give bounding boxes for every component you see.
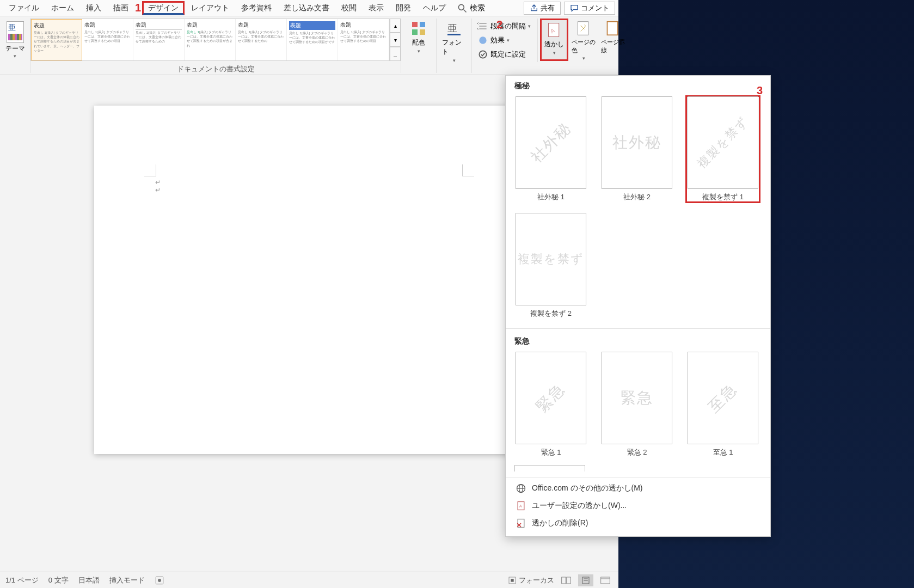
watermark-dropdown: 極秘 社外秘 社外秘 1 社外秘 社外秘 2 3 複製を禁ず 複製を禁ず 1 複… [505,75,771,537]
chevron-down-icon: ▾ [582,56,585,61]
menu-home[interactable]: ホーム [46,1,79,15]
format-section-label: ドキュメントの書式設定 [30,61,401,74]
svg-text:亜: 亜 [447,23,457,34]
wm-label: 複製を禁ず 1 [702,192,744,202]
status-language[interactable]: 日本語 [78,575,100,585]
svg-rect-7 [447,34,461,35]
statusbar: 1/1 ページ 0 文字 日本語 挿入モード フォーカス [0,572,618,588]
remove-icon [516,518,526,529]
view-web-button[interactable] [598,574,613,586]
annotation-2: 2 [496,19,502,31]
wm-item-asap-1[interactable]: 至急 至急 1 [686,352,759,457]
paragraph-spacing-button[interactable]: 段落の間隔▾ [475,20,533,33]
share-icon [530,4,538,13]
wm-item-urgent-1[interactable]: 緊急 緊急 1 [514,352,587,457]
status-page[interactable]: 1/1 ページ [5,575,39,585]
page-color-button[interactable]: ページの色▾ [569,19,598,61]
wm-item-urgent-2[interactable]: 緊急 緊急 2 [600,352,673,457]
fonts-button[interactable]: 亜 フォント▾ [440,19,468,61]
margin-mark-tr [462,164,474,176]
menu-view[interactable]: 表示 [363,1,389,15]
svg-text:A: A [519,504,522,509]
menu-layout[interactable]: レイアウト [186,1,235,15]
view-print-button[interactable] [578,574,593,586]
gallery-scroll-down[interactable]: ▾ [390,33,401,47]
style-thumb-7[interactable]: 表題見出し 1[挿入] タブのギャラリーには、文書全体の体裁に合わせて調整するた… [338,19,389,60]
chevron-down-icon: ▾ [453,58,456,63]
spacing-icon [477,21,488,32]
page-border-button[interactable]: ページ罫線 [599,19,627,61]
style-thumb-1[interactable]: 表題見出し 1[挿入] タブのギャラリーには、文書全体の体裁に合わせて調整するた… [31,19,82,60]
colors-button[interactable]: 配色▾ [404,19,433,61]
wm-section-confidential: 極秘 [506,76,770,94]
svg-rect-4 [412,29,418,35]
effects-icon [477,35,488,46]
status-words[interactable]: 0 文字 [48,575,69,585]
wm-custom-label: ユーザー設定の透かし(W)... [532,501,627,511]
wm-label: 緊急 2 [627,448,647,457]
wm-text: 複製を禁ず [694,113,752,171]
margin-mark-tl [144,164,156,176]
wm-remove[interactable]: 透かしの削除(R) [506,514,770,532]
menu-review[interactable]: 校閲 [336,1,362,15]
menu-file[interactable]: ファイル [3,1,45,15]
menu-insert[interactable]: 挿入 [81,1,107,15]
wm-more-label: Office.com のその他の透かし(M) [532,483,643,493]
wm-label: 複製を禁ず 2 [530,309,572,318]
wm-item-confidential-2[interactable]: 社外秘 社外秘 2 [600,96,673,202]
svg-point-15 [158,579,161,582]
svg-rect-3 [420,22,425,27]
wm-section-urgent: 緊急 [506,331,770,350]
wm-item-confidential-1[interactable]: 社外秘 社外秘 1 [514,96,587,202]
style-thumb-6[interactable]: 表題見出し 1[挿入] タブのギャラリーには、文書全体の体裁に合わせて調整するた… [287,19,338,60]
wm-text: 緊急 [621,388,653,408]
paragraph-mark: ↵↵ [155,179,161,194]
wm-text: 複製を禁ず [518,251,584,267]
menu-help[interactable]: ヘルプ [418,1,451,15]
wm-item-partial[interactable] [514,465,585,471]
effects-button[interactable]: 効果▾ [475,34,533,47]
gallery-scroll-more[interactable]: ⎯ [390,47,401,61]
comment-icon [570,4,579,13]
svg-line-1 [464,9,467,12]
status-macro-icon[interactable] [155,575,164,585]
default-icon [477,49,488,60]
wm-custom[interactable]: A ユーザー設定の透かし(W)... [506,497,770,514]
wm-item-nocopy-2[interactable]: 複製を禁ず 複製を禁ず 2 [514,213,587,318]
menu-developer[interactable]: 開発 [390,1,416,15]
share-button[interactable]: 共有 [524,2,561,15]
focus-icon [508,576,517,585]
style-thumb-5[interactable]: 表題見出し 1[挿入] タブのギャラリーには、文書全体の体裁に合わせて調整するた… [236,19,287,60]
comment-label: コメント [581,3,609,13]
globe-icon [516,483,526,494]
svg-rect-23 [601,577,610,584]
gallery-scroll-up[interactable]: ▴ [390,19,401,33]
style-thumb-3[interactable]: 表題見出し 1[挿入] タブのギャラリーには、文書全体の体裁に合わせて調整するた… [133,19,185,60]
wm-label: 社外秘 2 [623,192,651,202]
set-default-button[interactable]: 既定に設定 [475,48,533,61]
page-1[interactable]: ↵↵ [94,106,524,454]
comment-button[interactable]: コメント [564,2,615,15]
search-label: 検索 [470,3,485,13]
wm-more-office[interactable]: Office.com のその他の透かし(M) [506,480,770,497]
menu-design[interactable]: デザイン [142,1,185,15]
view-read-button[interactable] [559,574,574,586]
focus-button[interactable]: フォーカス [508,575,554,585]
wm-label: 緊急 1 [541,448,561,457]
style-thumb-2[interactable]: 表題見出し 1[挿入] タブのギャラリーには、文書全体の体裁に合わせて調整するた… [82,19,133,60]
page-icon: A [516,500,526,511]
wm-item-nocopy-1[interactable]: 3 複製を禁ず 複製を禁ず 1 [686,96,759,202]
status-insert-mode[interactable]: 挿入モード [109,575,145,585]
menu-mailings[interactable]: 差し込み文書 [278,1,335,15]
search-box[interactable]: 検索 [452,1,489,16]
menu-draw[interactable]: 描画 [108,1,134,15]
page-border-icon [604,20,622,37]
style-thumb-4[interactable]: 表題見出し 1[挿入] タブのギャラリーには、文書全体の体裁に合わせて調整するた… [185,19,236,60]
svg-rect-18 [562,577,566,584]
watermark-button[interactable]: A 透かし▾ [540,19,568,61]
svg-rect-13 [608,22,618,35]
svg-point-9 [479,51,486,58]
themes-button[interactable]: テーマ ▾ [3,19,27,61]
menu-references[interactable]: 参考資料 [236,1,277,15]
style-gallery[interactable]: 表題見出し 1[挿入] タブのギャラリーには、文書全体の体裁に合わせて調整するた… [30,19,390,61]
